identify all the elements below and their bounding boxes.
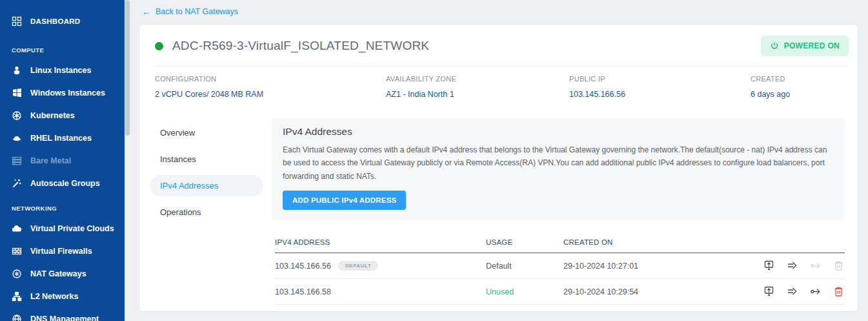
sidebar-item-l2-networks[interactable]: L2 Networks	[0, 285, 125, 307]
tab-overview[interactable]: Overview	[150, 122, 263, 143]
sidebar-item-virtual-firewalls[interactable]: Virtual Firewalls	[0, 240, 125, 262]
table-row: 103.145.166.58 Unused 29-10-2024 10:29:5…	[275, 279, 845, 305]
summary-created: CREATED 6 days ago	[751, 75, 842, 99]
sidebar-item-dashboard[interactable]: DASHBOARD	[0, 9, 125, 34]
sidebar-item-label: Virtual Firewalls	[30, 247, 92, 256]
delete-icon[interactable]	[833, 285, 845, 298]
summary-value: 6 days ago	[751, 90, 842, 99]
sidebar-item-dns-management[interactable]: DNS Management	[0, 307, 125, 321]
sidebar-item-nat-gateways[interactable]: NAT Gateways	[0, 262, 125, 285]
ip-address: 103.145.166.56	[275, 262, 331, 271]
source-nat-icon[interactable]	[809, 285, 822, 298]
summary-label: AVAILABILITY ZONE	[386, 75, 569, 83]
sidebar-item-kubernetes[interactable]: Kubernetes	[0, 104, 125, 127]
column-header-usage: USAGE	[486, 238, 563, 246]
app-window: DASHBOARD COMPUTE Linux Instances Window…	[0, 0, 868, 321]
sidebar-item-label: Virtual Private Clouds	[30, 224, 114, 233]
windows-icon	[12, 88, 22, 98]
delete-icon[interactable]	[833, 260, 845, 272]
add-public-ipv4-button[interactable]: ADD PUBLIC IPv4 ADDRESS	[283, 191, 406, 210]
gateway-card: ADC-R569-3-VirtualF_ISOLATED_NETWORK POW…	[139, 24, 858, 312]
summary-configuration: CONFIGURATION 2 vCPU Cores/ 2048 MB RAM	[155, 75, 386, 99]
column-header-ipv4-address: IPV4 ADDRESS	[275, 238, 486, 246]
port-forwarding-icon[interactable]	[763, 260, 775, 272]
sidebar-item-autoscale-groups[interactable]: Autoscale Groups	[0, 172, 125, 194]
network-tree-icon	[12, 291, 22, 302]
sidebar-item-label: NAT Gateways	[30, 269, 86, 278]
sidebar-scrollbar[interactable]	[125, 0, 130, 321]
scrollbar-thumb[interactable]	[125, 0, 130, 136]
tab-instances[interactable]: Instances	[150, 149, 263, 170]
firewall-icon	[12, 246, 22, 256]
default-badge: DEFAULT	[338, 261, 379, 271]
table-row: 103.145.166.56 DEFAULT Default 29-10-202…	[275, 253, 845, 279]
redhat-icon	[12, 133, 22, 143]
usage-value: Unused	[486, 287, 563, 296]
sidebar-item-label: Linux Instances	[30, 66, 91, 75]
usage-value: Default	[486, 262, 563, 271]
sidebar-item-rhel-instances[interactable]: RHEL Instances	[0, 127, 125, 149]
sidebar-item-label: RHEL Instances	[30, 134, 92, 143]
dashboard-icon	[12, 16, 22, 26]
tab-ipv4-addresses[interactable]: IPv4 Addresses	[150, 175, 263, 196]
cloud-icon	[12, 223, 22, 234]
sidebar-section-networking: NETWORKING	[0, 194, 125, 217]
back-arrow-icon: ←	[142, 7, 151, 16]
sidebar-item-virtual-private-clouds[interactable]: Virtual Private Clouds	[0, 217, 125, 240]
ipv4-panel: IPv4 Addresses Each Virtual Gateway come…	[272, 118, 845, 220]
summary-label: CREATED	[751, 75, 842, 83]
back-to-nat-gateways-link[interactable]: ← Back to NAT Gateways	[142, 7, 238, 16]
column-header-created-on: CREATED ON	[563, 238, 760, 246]
server-icon	[12, 156, 22, 166]
summary-public-ip: PUBLIC IP 103.145.166.56	[569, 75, 751, 99]
sidebar: DASHBOARD COMPUTE Linux Instances Window…	[0, 0, 125, 321]
created-on-value: 29-10-2024 10:27:01	[563, 262, 760, 271]
status-dot-green	[155, 42, 163, 50]
port-forwarding-icon[interactable]	[763, 285, 775, 298]
gateway-title: ADC-R569-3-VirtualF_ISOLATED_NETWORK	[172, 39, 429, 53]
nat-gateway-icon	[12, 269, 22, 279]
summary-row: CONFIGURATION 2 vCPU Cores/ 2048 MB RAM …	[139, 67, 858, 112]
kubernetes-icon	[12, 110, 22, 121]
sidebar-item-label: DNS Management	[30, 315, 99, 321]
tab-operations[interactable]: Operations	[150, 202, 263, 223]
sidebar-item-label: Windows Instances	[30, 88, 105, 98]
ip-address: 103.145.166.58	[275, 287, 331, 296]
panel-title: IPv4 Addresses	[283, 126, 834, 138]
sidebar-item-linux-instances[interactable]: Linux Instances	[0, 59, 125, 81]
summary-availability-zone: AVAILABILITY ZONE AZ1 - India North 1	[386, 75, 569, 99]
static-nat-icon[interactable]	[786, 285, 798, 298]
sidebar-item-label: L2 Networks	[30, 292, 78, 301]
summary-label: CONFIGURATION	[155, 75, 386, 83]
table-header: IPV4 ADDRESS USAGE CREATED ON	[275, 234, 845, 253]
summary-value: 2 vCPU Cores/ 2048 MB RAM	[155, 90, 386, 99]
sidebar-item-label: Autoscale Groups	[30, 179, 100, 188]
static-nat-icon[interactable]	[786, 260, 798, 272]
panel-description: Each Virtual Gateway comes with a defaul…	[283, 143, 834, 183]
source-nat-icon[interactable]	[809, 260, 822, 272]
created-on-value: 29-10-2024 10:29:54	[563, 287, 760, 296]
power-icon	[770, 41, 779, 50]
powered-on-badge[interactable]: POWERED ON	[761, 36, 849, 56]
ipv4-table: IPV4 ADDRESS USAGE CREATED ON 103.145.16…	[272, 234, 845, 312]
magic-wand-icon	[12, 178, 22, 189]
linux-icon	[12, 65, 22, 76]
summary-label: PUBLIC IP	[569, 75, 751, 83]
sidebar-section-compute: COMPUTE	[0, 36, 125, 59]
sidebar-item-label: Kubernetes	[30, 111, 75, 120]
sidebar-item-label: Bare Metal	[30, 156, 71, 165]
main-content: ← Back to NAT Gateways ADC-R569-3-Virtua…	[130, 0, 868, 321]
globe-icon	[12, 314, 22, 321]
sidebar-item-bare-metal[interactable]: Bare Metal	[0, 149, 125, 172]
sidebar-item-label: DASHBOARD	[30, 17, 80, 25]
detail-subnav: Overview Instances IPv4 Addresses Operat…	[150, 118, 263, 312]
sidebar-item-windows-instances[interactable]: Windows Instances	[0, 81, 125, 104]
summary-value: 103.145.166.56	[569, 90, 751, 99]
summary-value: AZ1 - India North 1	[386, 90, 569, 99]
